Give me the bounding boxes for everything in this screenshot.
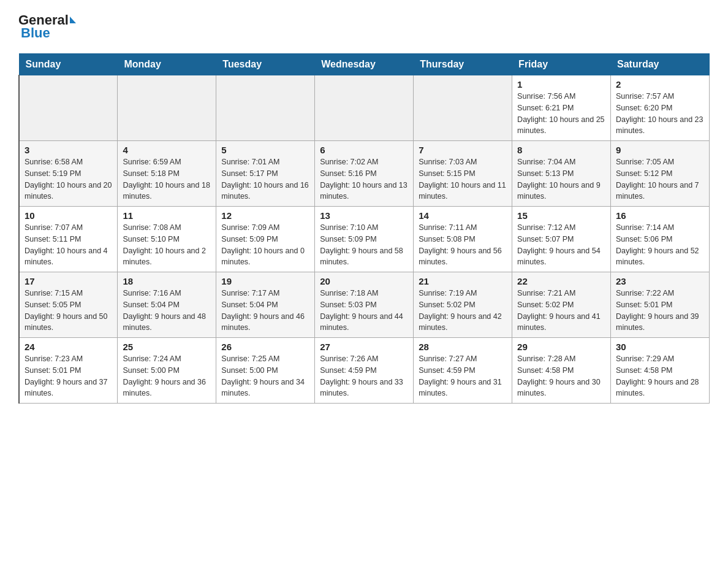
day-info: Sunrise: 7:16 AMSunset: 5:04 PMDaylight:… xyxy=(123,288,211,334)
weekday-header-sunday: Sunday xyxy=(19,54,118,75)
calendar-cell: 4Sunrise: 6:59 AMSunset: 5:18 PMDaylight… xyxy=(118,141,216,207)
calendar-cell: 25Sunrise: 7:24 AMSunset: 5:00 PMDayligh… xyxy=(118,338,216,404)
weekday-header-friday: Friday xyxy=(512,54,611,75)
day-info: Sunrise: 7:04 AMSunset: 5:13 PMDaylight:… xyxy=(517,156,605,202)
day-number: 4 xyxy=(123,145,211,155)
day-info: Sunrise: 7:03 AMSunset: 5:15 PMDaylight:… xyxy=(419,156,507,202)
weekday-header-tuesday: Tuesday xyxy=(216,54,315,75)
day-number: 30 xyxy=(616,342,704,352)
calendar-cell xyxy=(19,75,118,141)
calendar-cell: 6Sunrise: 7:02 AMSunset: 5:16 PMDaylight… xyxy=(315,141,414,207)
day-number: 13 xyxy=(320,210,408,221)
day-number: 20 xyxy=(320,276,408,286)
weekday-header-thursday: Thursday xyxy=(414,54,512,75)
day-info: Sunrise: 7:57 AMSunset: 6:20 PMDaylight:… xyxy=(616,91,704,137)
calendar-cell: 17Sunrise: 7:15 AMSunset: 5:05 PMDayligh… xyxy=(19,272,118,338)
calendar-cell: 21Sunrise: 7:19 AMSunset: 5:02 PMDayligh… xyxy=(414,272,512,338)
day-number: 9 xyxy=(616,145,704,155)
calendar-cell xyxy=(118,75,216,141)
calendar-cell: 8Sunrise: 7:04 AMSunset: 5:13 PMDaylight… xyxy=(512,141,611,207)
day-info: Sunrise: 7:29 AMSunset: 4:58 PMDaylight:… xyxy=(616,353,704,399)
logo-arrow-icon xyxy=(70,17,76,23)
day-number: 15 xyxy=(517,210,605,221)
day-number: 12 xyxy=(221,210,309,221)
weekday-header-wednesday: Wednesday xyxy=(315,54,414,75)
calendar-cell: 14Sunrise: 7:11 AMSunset: 5:08 PMDayligh… xyxy=(414,207,512,272)
day-number: 11 xyxy=(123,210,211,221)
weekday-header-monday: Monday xyxy=(118,54,216,75)
calendar-cell xyxy=(216,75,315,141)
day-number: 8 xyxy=(517,145,605,155)
calendar-cell: 20Sunrise: 7:18 AMSunset: 5:03 PMDayligh… xyxy=(315,272,414,338)
calendar-week-row: 3Sunrise: 6:58 AMSunset: 5:19 PMDaylight… xyxy=(19,141,710,207)
day-info: Sunrise: 7:12 AMSunset: 5:07 PMDaylight:… xyxy=(517,222,605,268)
day-number: 10 xyxy=(25,210,112,221)
day-info: Sunrise: 7:15 AMSunset: 5:05 PMDaylight:… xyxy=(25,288,112,334)
day-info: Sunrise: 7:21 AMSunset: 5:02 PMDaylight:… xyxy=(517,288,605,334)
calendar-cell: 24Sunrise: 7:23 AMSunset: 5:01 PMDayligh… xyxy=(19,338,118,404)
day-number: 22 xyxy=(517,276,605,286)
calendar-cell xyxy=(414,75,512,141)
calendar-cell: 1Sunrise: 7:56 AMSunset: 6:21 PMDaylight… xyxy=(512,75,611,141)
calendar-week-row: 10Sunrise: 7:07 AMSunset: 5:11 PMDayligh… xyxy=(19,207,710,272)
calendar-week-row: 17Sunrise: 7:15 AMSunset: 5:05 PMDayligh… xyxy=(19,272,710,338)
calendar-cell: 23Sunrise: 7:22 AMSunset: 5:01 PMDayligh… xyxy=(611,272,710,338)
day-number: 1 xyxy=(517,79,605,90)
day-info: Sunrise: 6:59 AMSunset: 5:18 PMDaylight:… xyxy=(123,156,211,202)
day-number: 27 xyxy=(320,342,408,352)
calendar-cell: 11Sunrise: 7:08 AMSunset: 5:10 PMDayligh… xyxy=(118,207,216,272)
day-info: Sunrise: 6:58 AMSunset: 5:19 PMDaylight:… xyxy=(25,156,112,202)
day-info: Sunrise: 7:26 AMSunset: 4:59 PMDaylight:… xyxy=(320,353,408,399)
day-number: 24 xyxy=(25,342,112,352)
calendar-cell: 15Sunrise: 7:12 AMSunset: 5:07 PMDayligh… xyxy=(512,207,611,272)
calendar-cell: 28Sunrise: 7:27 AMSunset: 4:59 PMDayligh… xyxy=(414,338,512,404)
logo: General Blue xyxy=(18,12,76,41)
calendar-cell: 5Sunrise: 7:01 AMSunset: 5:17 PMDaylight… xyxy=(216,141,315,207)
day-info: Sunrise: 7:05 AMSunset: 5:12 PMDaylight:… xyxy=(616,156,704,202)
day-info: Sunrise: 7:24 AMSunset: 5:00 PMDaylight:… xyxy=(123,353,211,399)
calendar-cell: 27Sunrise: 7:26 AMSunset: 4:59 PMDayligh… xyxy=(315,338,414,404)
day-number: 6 xyxy=(320,145,408,155)
calendar-week-row: 1Sunrise: 7:56 AMSunset: 6:21 PMDaylight… xyxy=(19,75,710,141)
calendar-cell: 18Sunrise: 7:16 AMSunset: 5:04 PMDayligh… xyxy=(118,272,216,338)
day-info: Sunrise: 7:08 AMSunset: 5:10 PMDaylight:… xyxy=(123,222,211,268)
day-number: 25 xyxy=(123,342,211,352)
calendar-cell: 2Sunrise: 7:57 AMSunset: 6:20 PMDaylight… xyxy=(611,75,710,141)
day-number: 26 xyxy=(221,342,309,352)
weekday-header-row: SundayMondayTuesdayWednesdayThursdayFrid… xyxy=(19,54,710,75)
day-number: 5 xyxy=(221,145,309,155)
day-number: 14 xyxy=(419,210,507,221)
day-number: 23 xyxy=(616,276,704,286)
calendar-cell: 19Sunrise: 7:17 AMSunset: 5:04 PMDayligh… xyxy=(216,272,315,338)
day-number: 7 xyxy=(419,145,507,155)
page-header: General Blue xyxy=(18,12,710,41)
logo-blue-text: Blue xyxy=(21,25,50,41)
day-number: 21 xyxy=(419,276,507,286)
day-number: 29 xyxy=(517,342,605,352)
day-number: 2 xyxy=(616,79,704,90)
calendar-cell: 16Sunrise: 7:14 AMSunset: 5:06 PMDayligh… xyxy=(611,207,710,272)
day-info: Sunrise: 7:07 AMSunset: 5:11 PMDaylight:… xyxy=(25,222,112,268)
calendar-cell: 3Sunrise: 6:58 AMSunset: 5:19 PMDaylight… xyxy=(19,141,118,207)
weekday-header-saturday: Saturday xyxy=(611,54,710,75)
calendar-cell: 26Sunrise: 7:25 AMSunset: 5:00 PMDayligh… xyxy=(216,338,315,404)
day-number: 19 xyxy=(221,276,309,286)
day-info: Sunrise: 7:02 AMSunset: 5:16 PMDaylight:… xyxy=(320,156,408,202)
day-info: Sunrise: 7:27 AMSunset: 4:59 PMDaylight:… xyxy=(419,353,507,399)
day-info: Sunrise: 7:18 AMSunset: 5:03 PMDaylight:… xyxy=(320,288,408,334)
calendar-table: SundayMondayTuesdayWednesdayThursdayFrid… xyxy=(18,53,710,404)
day-info: Sunrise: 7:22 AMSunset: 5:01 PMDaylight:… xyxy=(616,288,704,334)
calendar-cell: 30Sunrise: 7:29 AMSunset: 4:58 PMDayligh… xyxy=(611,338,710,404)
day-info: Sunrise: 7:23 AMSunset: 5:01 PMDaylight:… xyxy=(25,353,112,399)
day-number: 18 xyxy=(123,276,211,286)
day-info: Sunrise: 7:28 AMSunset: 4:58 PMDaylight:… xyxy=(517,353,605,399)
day-number: 17 xyxy=(25,276,112,286)
day-info: Sunrise: 7:25 AMSunset: 5:00 PMDaylight:… xyxy=(221,353,309,399)
day-info: Sunrise: 7:19 AMSunset: 5:02 PMDaylight:… xyxy=(419,288,507,334)
day-info: Sunrise: 7:10 AMSunset: 5:09 PMDaylight:… xyxy=(320,222,408,268)
day-info: Sunrise: 7:01 AMSunset: 5:17 PMDaylight:… xyxy=(221,156,309,202)
calendar-week-row: 24Sunrise: 7:23 AMSunset: 5:01 PMDayligh… xyxy=(19,338,710,404)
calendar-cell xyxy=(315,75,414,141)
day-number: 16 xyxy=(616,210,704,221)
calendar-cell: 9Sunrise: 7:05 AMSunset: 5:12 PMDaylight… xyxy=(611,141,710,207)
